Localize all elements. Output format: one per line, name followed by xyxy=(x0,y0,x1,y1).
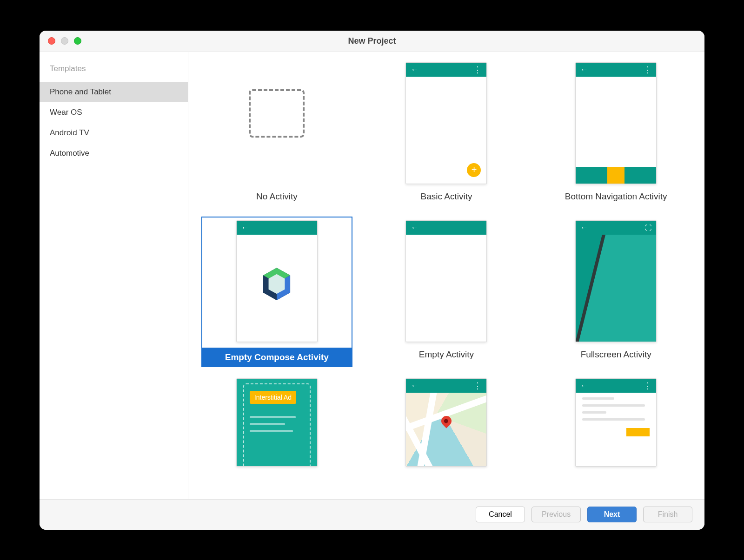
back-arrow-icon: ← xyxy=(411,381,418,390)
new-project-window: New Project Templates Phone and Tablet W… xyxy=(40,31,704,530)
ad-badge: Interstitial Ad xyxy=(250,391,296,404)
overflow-menu-icon: ⋮ xyxy=(473,382,482,390)
template-label: No Activity xyxy=(256,191,298,204)
next-button[interactable]: Next xyxy=(587,507,637,522)
close-icon[interactable] xyxy=(48,37,55,45)
template-label: Empty Activity xyxy=(419,349,474,362)
map-preview-icon xyxy=(406,393,486,466)
device-frame-icon xyxy=(576,235,656,342)
fullscreen-expand-icon: ⛶ xyxy=(645,224,651,231)
window-title: New Project xyxy=(348,36,396,46)
dashed-placeholder-icon xyxy=(249,89,305,138)
sidebar-item-label: Phone and Tablet xyxy=(50,87,111,96)
back-arrow-icon: ← xyxy=(241,223,249,232)
fab-add-icon: + xyxy=(467,163,481,177)
window-controls xyxy=(48,37,81,45)
back-arrow-icon: ← xyxy=(580,223,588,232)
sidebar-item-label: Automotive xyxy=(50,149,89,158)
form-preview-icon xyxy=(576,393,656,466)
previous-button[interactable]: Previous xyxy=(531,507,581,522)
template-admob-activity[interactable]: Interstitial Ad xyxy=(201,375,352,470)
sidebar-item-android-tv[interactable]: Android TV xyxy=(40,123,188,143)
back-arrow-icon: ← xyxy=(580,65,588,74)
sidebar-item-label: Android TV xyxy=(50,128,89,137)
template-label: Fullscreen Activity xyxy=(581,349,651,362)
back-arrow-icon: ← xyxy=(580,381,588,390)
sidebar-item-wear-os[interactable]: Wear OS xyxy=(40,102,188,123)
minimize-icon[interactable] xyxy=(61,37,68,45)
template-login-activity[interactable]: ← ⋮ xyxy=(540,375,691,470)
template-empty-activity[interactable]: ← Empty Activity xyxy=(371,217,522,369)
template-fullscreen-activity[interactable]: ← ⛶ Fullscreen Activity xyxy=(540,217,691,369)
ad-placeholder-icon: Interstitial Ad xyxy=(243,383,311,467)
back-arrow-icon: ← xyxy=(411,223,418,232)
sidebar: Templates Phone and Tablet Wear OS Andro… xyxy=(40,52,188,499)
overflow-menu-icon: ⋮ xyxy=(643,66,651,74)
sidebar-item-label: Wear OS xyxy=(50,108,82,117)
sidebar-heading: Templates xyxy=(40,60,188,82)
template-empty-compose-activity[interactable]: ← xyxy=(201,217,352,369)
overflow-menu-icon: ⋮ xyxy=(643,382,651,390)
template-maps-activity[interactable]: ← ⋮ xyxy=(371,375,522,470)
back-arrow-icon: ← xyxy=(411,65,418,74)
finish-button[interactable]: Finish xyxy=(643,507,692,522)
jetpack-compose-logo-icon xyxy=(262,267,291,301)
template-gallery: No Activity ← ⋮ + xyxy=(188,52,704,499)
template-bottom-navigation-activity[interactable]: ← ⋮ Bottom Navigation Activity xyxy=(540,59,691,211)
template-label: Basic Activity xyxy=(421,191,472,204)
zoom-icon[interactable] xyxy=(74,37,81,45)
bottom-nav-bar-icon xyxy=(576,167,656,184)
wizard-footer: Cancel Previous Next Finish xyxy=(40,499,704,530)
overflow-menu-icon: ⋮ xyxy=(473,66,482,74)
template-basic-activity[interactable]: ← ⋮ + Basic Activity xyxy=(371,59,522,211)
sidebar-item-phone-and-tablet[interactable]: Phone and Tablet xyxy=(40,82,188,102)
sidebar-item-automotive[interactable]: Automotive xyxy=(40,143,188,164)
template-no-activity[interactable]: No Activity xyxy=(201,59,352,211)
template-label: Empty Compose Activity xyxy=(201,348,352,367)
template-label: Bottom Navigation Activity xyxy=(565,191,667,204)
cancel-button[interactable]: Cancel xyxy=(476,507,525,522)
titlebar: New Project xyxy=(40,31,704,52)
